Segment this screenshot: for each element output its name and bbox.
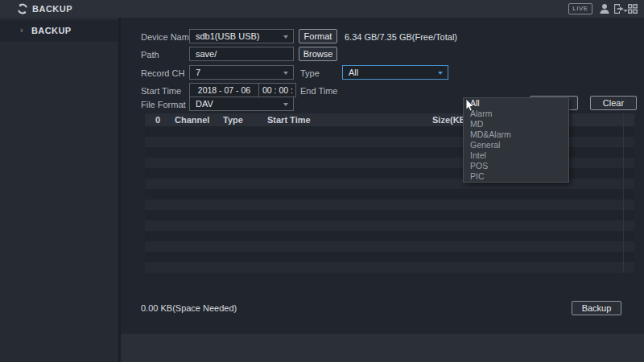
table-row [145,241,634,252]
grid-view-icon[interactable] [628,3,638,14]
record-ch-dropdown[interactable]: 7 [189,65,294,80]
space-needed-text: 0.00 KB(Space Needed) [141,303,237,313]
start-time-input[interactable]: 2018 - 07 - 06 00 : 00 : 00 [189,83,296,97]
col-channel: Channel [175,115,209,125]
table-row [145,231,634,241]
type-options-list: AllAlarmMDMD&AlarmGeneralIntelPOSPIC [463,97,569,183]
chevron-down-icon [283,103,288,106]
device-name-label: Device Name [141,32,194,42]
type-option[interactable]: General [464,140,568,150]
chevron-right-icon: › [20,25,23,35]
table-row [145,220,634,231]
footer-band [121,334,644,362]
file-format-label: File Format [141,100,186,109]
path-value: save/ [196,49,217,59]
end-time-label: End Time [300,86,337,96]
record-ch-value: 7 [196,68,200,77]
sidebar: › BACKUP [0,18,118,362]
page-title: BACKUP [32,4,72,14]
type-option[interactable]: MD [464,119,568,130]
col-count: 0 [155,115,160,125]
type-option[interactable]: MD&Alarm [464,130,568,140]
device-name-dropdown[interactable]: sdb1(USB USB) [189,29,294,43]
table-scrollbar-track [623,113,624,273]
type-option[interactable]: PIC [464,171,568,182]
start-time-label: Start Time [141,86,181,96]
col-type: Type [223,115,243,125]
logout-icon[interactable] [613,3,624,14]
table-row [145,252,634,262]
backup-button[interactable]: Backup [572,301,621,315]
type-option[interactable]: Intel [464,150,568,161]
chevron-down-icon [438,72,443,75]
table-row [145,200,634,210]
backup-panel: Device Name sdb1(USB USB) Format 6.34 GB… [121,18,644,334]
mouse-cursor [465,98,477,113]
backup-window: BACKUP LIVE › BACKUP Dev [0,0,644,362]
title-bar: BACKUP LIVE [0,0,644,18]
path-label: Path [141,50,159,60]
format-button[interactable]: Format [299,29,337,43]
start-date-value[interactable]: 2018 - 07 - 06 [190,84,258,97]
type-dropdown[interactable]: All [342,65,448,80]
type-value: All [349,68,358,77]
file-format-value: DAV [196,99,213,109]
type-option[interactable]: All [464,98,568,109]
chevron-down-icon [283,72,288,75]
capacity-text: 6.34 GB/7.35 GB(Free/Total) [345,32,457,42]
type-label: Type [300,68,320,78]
record-ch-label: Record CH [141,68,184,78]
sidebar-item-label: BACKUP [31,26,71,35]
table-row [145,262,634,273]
device-name-value: sdb1(USB USB) [196,31,259,41]
sidebar-item-backup[interactable]: › BACKUP [0,20,118,42]
user-icon[interactable] [600,3,609,14]
browse-button[interactable]: Browse [299,47,337,61]
path-input[interactable]: save/ [189,47,294,61]
col-start-time: Start Time [267,115,311,125]
file-format-dropdown[interactable]: DAV [189,97,294,111]
table-row [145,189,634,200]
type-option[interactable]: POS [464,161,568,171]
clear-button[interactable]: Clear [590,96,637,110]
chevron-down-icon [283,35,288,39]
type-option[interactable]: Alarm [464,109,568,119]
live-button[interactable]: LIVE [568,3,592,14]
app-logo-icon [17,3,28,14]
table-row [145,210,634,220]
